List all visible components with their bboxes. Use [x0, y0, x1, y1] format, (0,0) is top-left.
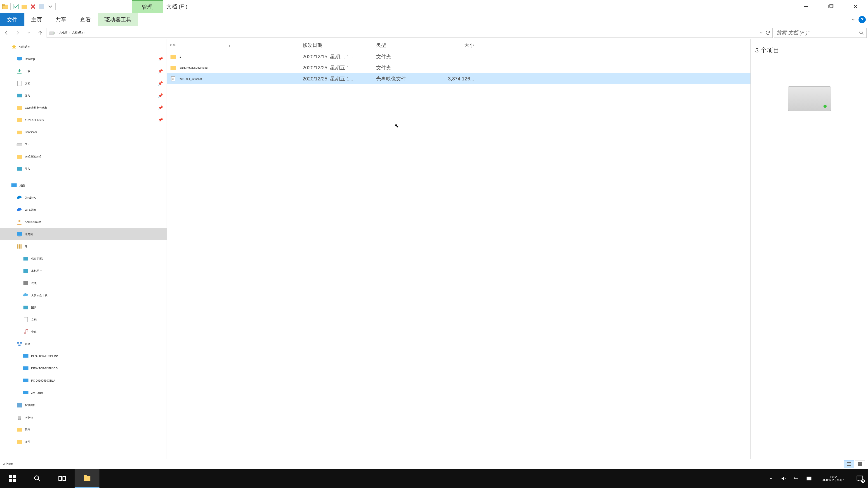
- tab-file[interactable]: 文件: [0, 13, 24, 26]
- address-bar[interactable]: › 此电脑 › 文档 (E:) ›: [46, 28, 773, 38]
- maximize-button[interactable]: [818, 0, 843, 13]
- tab-home[interactable]: 主页: [24, 13, 49, 26]
- tree-item[interactable]: 音乐: [0, 326, 166, 338]
- file-row[interactable]: Win7x64_2020.iso 2020/12/25, 星期五 1... 光盘…: [167, 73, 750, 84]
- tree-item[interactable]: PC-20190530OBLA: [0, 375, 166, 387]
- volume-icon[interactable]: [780, 475, 787, 482]
- search-input[interactable]: [776, 30, 857, 36]
- breadcrumb[interactable]: 此电脑 › 文档 (E:) ›: [59, 31, 86, 35]
- tree-item[interactable]: 回收站: [0, 411, 166, 423]
- tree-item[interactable]: 图片: [0, 163, 166, 175]
- tab-view[interactable]: 查看: [73, 13, 98, 26]
- address-dropdown-icon[interactable]: [759, 31, 763, 35]
- tray-overflow-icon[interactable]: [767, 475, 775, 482]
- taskbar-clock[interactable]: 16:32 2020/12/25, 星期五: [818, 475, 848, 482]
- task-view-button[interactable]: [50, 469, 74, 488]
- tab-drive-tools[interactable]: 驱动器工具: [98, 13, 138, 26]
- tree-desktop[interactable]: 桌面: [0, 180, 166, 192]
- taskbar-explorer[interactable]: [74, 469, 99, 488]
- crumb-sep-icon[interactable]: ›: [69, 31, 70, 34]
- tree-item[interactable]: excel表格制作求和📌: [0, 102, 166, 114]
- ribbon-expand-icon[interactable]: [850, 17, 856, 22]
- tree-item[interactable]: 软件: [0, 423, 166, 435]
- file-date: 2020/12/15, 星期二 1...: [303, 53, 376, 60]
- back-button[interactable]: [1, 28, 11, 38]
- tree-item[interactable]: YUNQISHI2019📌: [0, 114, 166, 126]
- crumb-sep-icon[interactable]: ›: [85, 31, 86, 34]
- tree-this-pc[interactable]: 此电脑: [0, 228, 166, 240]
- computer-icon: [23, 390, 29, 396]
- column-type[interactable]: 类型: [376, 42, 437, 48]
- tree-item[interactable]: 文档: [0, 314, 166, 326]
- properties-icon[interactable]: [12, 3, 19, 10]
- column-size[interactable]: 大小: [437, 42, 474, 48]
- file-row[interactable]: BaiduNetdiskDownload 2020/12/25, 星期五 1..…: [167, 62, 750, 73]
- delete-icon[interactable]: [30, 3, 36, 10]
- tree-item[interactable]: 控制面板: [0, 399, 166, 411]
- tree-item[interactable]: 本机照片: [0, 265, 166, 277]
- tree-item[interactable]: Bandicam: [0, 126, 166, 138]
- new-folder-icon[interactable]: [21, 3, 28, 10]
- tree-item[interactable]: OneDrive: [0, 192, 166, 204]
- computer-icon: [23, 365, 29, 372]
- svg-rect-20: [11, 184, 17, 187]
- column-date[interactable]: 修改日期: [303, 42, 376, 48]
- tree-item[interactable]: 保存的图片: [0, 253, 166, 265]
- file-row[interactable]: 1 2020/12/15, 星期二 1... 文件夹: [167, 51, 750, 62]
- tree-item[interactable]: Administrator: [0, 216, 166, 228]
- action-center-icon[interactable]: 3: [854, 473, 866, 484]
- recent-dropdown[interactable]: [24, 28, 34, 38]
- tree-library[interactable]: 库: [0, 240, 166, 253]
- tree-quick-access[interactable]: 快速访问: [0, 41, 166, 53]
- tab-share[interactable]: 共享: [49, 13, 73, 26]
- tree-label: 音乐: [31, 330, 37, 334]
- tree-item[interactable]: G:\: [0, 138, 166, 151]
- up-button[interactable]: [35, 28, 45, 38]
- tree-item[interactable]: 视频: [0, 277, 166, 289]
- close-button[interactable]: [843, 0, 868, 13]
- ime-icon[interactable]: 中: [793, 475, 800, 482]
- drive-image-icon: [788, 86, 831, 111]
- tree-item[interactable]: 文档📌: [0, 77, 166, 90]
- view-icons-button[interactable]: [855, 460, 865, 468]
- tree-item[interactable]: DESKTOP-LSSOEDP: [0, 350, 166, 362]
- search-box[interactable]: [774, 28, 867, 38]
- tree-label: 图片: [25, 94, 30, 98]
- crumb-this-pc[interactable]: 此电脑: [59, 31, 68, 35]
- svg-rect-31: [24, 318, 28, 322]
- tree-item[interactable]: 天翼云盘下载: [0, 289, 166, 301]
- tree-item[interactable]: 图片📌: [0, 90, 166, 102]
- search-button[interactable]: [25, 469, 50, 488]
- tree-item[interactable]: Desktop📌: [0, 53, 166, 65]
- start-button[interactable]: [0, 469, 25, 488]
- pictures-icon: [23, 268, 29, 274]
- column-name[interactable]: 名称▴: [170, 43, 303, 47]
- tree-item[interactable]: 图片: [0, 301, 166, 314]
- file-list[interactable]: 名称▴ 修改日期 类型 大小 1 2020/12/15, 星期二 1... 文件…: [167, 39, 750, 459]
- help-icon[interactable]: ?: [859, 16, 866, 23]
- search-icon[interactable]: [859, 30, 864, 35]
- crumb-drive[interactable]: 文档 (E:): [72, 31, 83, 35]
- tree-item[interactable]: 文件: [0, 435, 166, 448]
- svg-rect-3: [22, 5, 27, 9]
- svg-rect-12: [18, 81, 21, 86]
- tree-label: win7重装win7: [25, 155, 41, 159]
- navigation-tree[interactable]: 快速访问 Desktop📌 下载📌 文档📌 图片📌 excel表格制作求和📌 Y…: [0, 39, 167, 459]
- tray-app-icon[interactable]: [805, 475, 813, 482]
- rename-icon[interactable]: [38, 3, 45, 10]
- refresh-icon[interactable]: [765, 30, 771, 35]
- tree-item[interactable]: 下载📌: [0, 65, 166, 77]
- tree-item[interactable]: win7重装win7: [0, 151, 166, 163]
- minimize-button[interactable]: [794, 0, 818, 13]
- forward-button[interactable]: [13, 28, 23, 38]
- qat-dropdown-icon[interactable]: [47, 3, 54, 10]
- tree-item[interactable]: WPS网盘: [0, 204, 166, 216]
- contextual-tab-manage[interactable]: 管理: [132, 0, 163, 13]
- crumb-sep-icon[interactable]: ›: [57, 31, 58, 34]
- pin-icon: 📌: [158, 81, 163, 86]
- tree-item[interactable]: ZMT2019: [0, 387, 166, 399]
- tree-item[interactable]: DESKTOP-NJEU3CG: [0, 362, 166, 375]
- view-details-button[interactable]: [844, 460, 854, 468]
- iso-icon: [170, 76, 176, 82]
- tree-network[interactable]: 网络: [0, 338, 166, 350]
